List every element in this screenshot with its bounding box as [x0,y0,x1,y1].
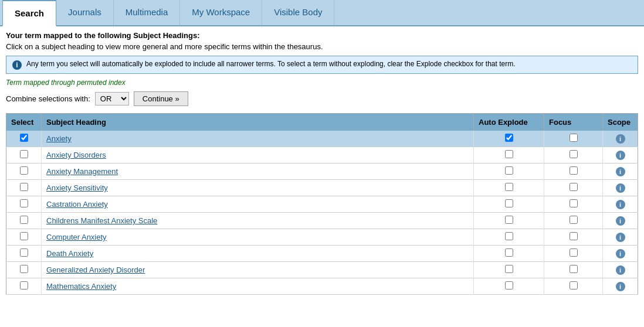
focus-cell [544,164,603,180]
tab-myworkspace[interactable]: My Workspace [180,0,262,25]
focus-checkbox[interactable] [570,248,578,257]
focus-checkbox[interactable] [570,232,578,240]
info-message: Any term you select will automatically b… [26,60,516,68]
autoexplode-checkbox[interactable] [505,216,513,224]
table-row: Anxiety Disordersi [6,147,638,164]
select-checkbox[interactable] [20,248,28,257]
select-checkbox[interactable] [20,265,28,273]
combine-label: Combine selections with: [6,94,90,103]
subject-heading-cell: Childrens Manifest Anxiety Scale [42,213,474,229]
focus-checkbox[interactable] [570,183,578,191]
focus-checkbox[interactable] [570,281,578,289]
autoexplode-checkbox[interactable] [505,199,513,207]
autoexplode-cell [474,229,544,246]
scope-icon[interactable]: i [616,249,625,258]
subject-heading-link[interactable]: Anxiety [46,134,72,143]
scope-icon[interactable]: i [616,282,625,291]
scope-icon[interactable]: i [616,167,625,176]
select-checkbox[interactable] [20,166,28,175]
subject-heading-cell: Anxiety Management [42,164,474,180]
table-row: Anxietyi [6,131,638,147]
autoexplode-checkbox[interactable] [505,183,513,191]
tab-search[interactable]: Search [2,0,56,26]
subject-heading-link[interactable]: Anxiety Management [46,167,118,176]
subject-heading-link[interactable]: Childrens Manifest Anxiety Scale [46,216,157,225]
scope-icon[interactable]: i [616,134,625,144]
autoexplode-cell [474,164,544,180]
subject-heading-link[interactable]: Anxiety Sensitivity [46,183,108,192]
select-checkbox[interactable] [20,232,28,240]
autoexplode-checkbox[interactable] [505,134,513,142]
col-header-select: Select [6,114,42,131]
scope-icon[interactable]: i [616,265,625,275]
col-header-subject: Subject Heading [42,114,474,131]
autoexplode-checkbox[interactable] [505,281,513,289]
scope-icon[interactable]: i [616,216,625,226]
autoexplode-checkbox[interactable] [505,265,513,273]
col-header-focus: Focus [544,114,603,131]
scope-cell: i [603,147,638,164]
tab-visiblebodyl[interactable]: Visible Body [262,0,334,25]
scope-icon[interactable]: i [616,233,625,242]
subject-heading-link[interactable]: Generalized Anxiety Disorder [46,265,145,274]
scope-cell: i [603,131,638,147]
focus-cell [544,196,603,213]
select-cell [6,278,42,295]
combine-select[interactable]: OR AND [95,92,129,105]
table-row: Generalized Anxiety Disorderi [6,262,638,278]
subject-heading-cell: Anxiety Sensitivity [42,180,474,196]
select-checkbox[interactable] [20,216,28,224]
autoexplode-checkbox[interactable] [505,166,513,175]
table-row: Mathematics Anxietyi [6,278,638,295]
autoexplode-checkbox[interactable] [505,248,513,257]
focus-checkbox[interactable] [570,199,578,207]
subject-heading-link[interactable]: Anxiety Disorders [46,151,106,159]
focus-checkbox[interactable] [570,166,578,175]
combine-row: Combine selections with: OR AND Continue… [6,91,638,106]
subject-heading-cell: Anxiety [42,131,474,147]
scope-icon[interactable]: i [616,151,625,160]
focus-cell [544,131,603,147]
scope-cell: i [603,164,638,180]
focus-checkbox[interactable] [570,150,578,158]
table-row: Castration Anxietyi [6,196,638,213]
tab-multimedia[interactable]: Multimedia [114,0,181,25]
autoexplode-checkbox[interactable] [505,232,513,240]
select-cell [6,180,42,196]
scope-icon[interactable]: i [616,183,625,193]
autoexplode-cell [474,147,544,164]
table-row: Anxiety Managementi [6,164,638,180]
autoexplode-checkbox[interactable] [505,150,513,158]
scope-icon[interactable]: i [616,200,625,209]
focus-cell [544,213,603,229]
scope-cell: i [603,262,638,278]
scope-cell: i [603,196,638,213]
subject-heading-cell: Anxiety Disorders [42,147,474,164]
select-checkbox[interactable] [20,281,28,289]
table-header: Select Subject Heading Auto Explode Focu… [6,114,638,131]
autoexplode-cell [474,131,544,147]
select-cell [6,262,42,278]
continue-button[interactable]: Continue » [134,91,188,106]
focus-checkbox[interactable] [570,134,578,142]
tab-journals[interactable]: Journals [56,0,114,25]
autoexplode-cell [474,246,544,262]
subject-heading-cell: Mathematics Anxiety [42,278,474,295]
select-checkbox[interactable] [20,183,28,191]
subject-heading-link[interactable]: Computer Anxiety [46,233,107,241]
scope-cell: i [603,229,638,246]
select-checkbox[interactable] [20,134,28,142]
select-checkbox[interactable] [20,199,28,207]
info-box: i Any term you select will automatically… [6,56,638,74]
focus-checkbox[interactable] [570,265,578,273]
scope-cell: i [603,180,638,196]
autoexplode-cell [474,180,544,196]
select-checkbox[interactable] [20,150,28,158]
scope-cell: i [603,278,638,295]
scope-cell: i [603,246,638,262]
subject-heading-link[interactable]: Mathematics Anxiety [46,282,116,291]
subject-heading-link[interactable]: Death Anxiety [46,249,93,258]
focus-checkbox[interactable] [570,216,578,224]
select-cell [6,147,42,164]
subject-heading-link[interactable]: Castration Anxiety [46,200,108,209]
